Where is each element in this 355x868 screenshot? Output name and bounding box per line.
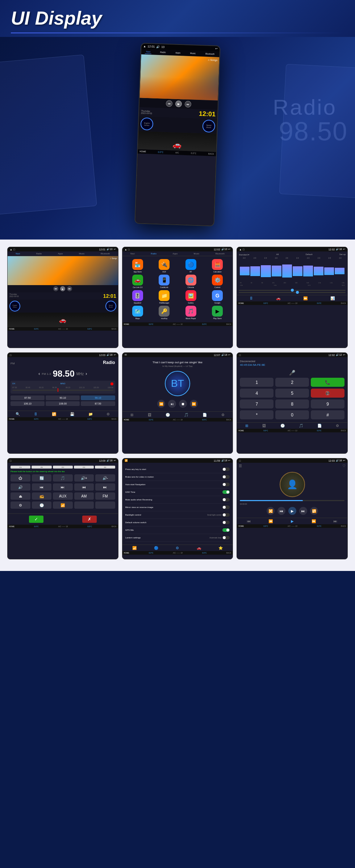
s6-icon-music[interactable]: 🎵 (299, 424, 303, 428)
call-key-star[interactable]: * (240, 410, 273, 419)
s4-icon-settings[interactable]: ⚙ (106, 412, 110, 416)
s9-icon-prev[interactable]: ⏮ (247, 519, 251, 523)
call-key-1[interactable]: 1 (240, 378, 273, 387)
eq-slider-2-handle[interactable] (296, 291, 299, 294)
s5-home[interactable]: HOME (124, 419, 129, 421)
call-key-9[interactable]: 9 (311, 399, 344, 408)
call-key-hash[interactable]: # (311, 410, 344, 419)
home-label[interactable]: HOME (139, 150, 146, 153)
call-answer-btn[interactable]: 📞 (311, 378, 344, 387)
s2-nav-apps[interactable]: Apps (172, 253, 178, 255)
sw-am-icon[interactable]: AM (74, 492, 94, 500)
s1-prev[interactable]: ⏮ (53, 286, 58, 291)
s2-nav-navi[interactable]: Navi (130, 253, 135, 255)
color-swatch-5[interactable]: 255 (95, 466, 115, 469)
toggle-brake-switch[interactable] (222, 475, 230, 479)
call-key-8[interactable]: 8 (275, 399, 309, 408)
radio-preset-5[interactable]: 108.00 (46, 401, 80, 406)
toggle-press-switch[interactable] (222, 467, 230, 471)
toggle-autonav-switch[interactable] (222, 483, 230, 486)
s5-icon-doc[interactable]: 📄 (202, 413, 207, 417)
color-swatch-4[interactable]: 255 (74, 466, 94, 469)
s4-icon-loop[interactable]: 🔁 (52, 412, 56, 416)
s9-icon-play[interactable]: ▶ (291, 519, 294, 523)
toggle-mute-switch[interactable] (222, 498, 230, 501)
s8-icon-wifi[interactable]: 📶 (132, 546, 137, 550)
sw-mute-icon[interactable]: 🎵 (53, 474, 73, 482)
s6-icon-clock[interactable]: 🕐 (280, 424, 285, 428)
s5-back[interactable]: BACK (226, 419, 231, 421)
toggle-gpsmix-switch[interactable] (222, 528, 230, 532)
s8-icon-star[interactable]: ⭐ (218, 546, 223, 550)
toggle-defvol-switch[interactable] (222, 521, 230, 524)
eq-default[interactable]: Default (305, 253, 312, 256)
color-swatch-3[interactable]: 255 (53, 466, 73, 469)
s1-nav-navi[interactable]: Navi (16, 253, 20, 255)
eq-slider-1-handle[interactable] (291, 289, 294, 292)
s6-home[interactable]: HOME (238, 429, 244, 432)
s6-icon-grid[interactable]: ⊞ (245, 424, 248, 428)
back-label[interactable]: BACK (208, 153, 214, 155)
toggle-mirror-switch[interactable] (222, 505, 230, 509)
settings-confirm-btn[interactable]: ✓ (29, 516, 43, 523)
settings-cancel-btn[interactable]: ✗ (82, 516, 97, 523)
s1-home[interactable]: HOME (9, 328, 14, 330)
sw-fm-icon[interactable]: FM (95, 492, 115, 500)
nav-music[interactable]: Music (189, 51, 197, 56)
s2-nav-bt[interactable]: Bluetooth (216, 253, 225, 255)
s2-back[interactable]: BACK (226, 323, 231, 325)
s2-nav-music[interactable]: Music (194, 253, 200, 255)
s4-back[interactable]: BACK (112, 418, 117, 420)
sw-power-icon[interactable]: ⏻ (11, 474, 30, 482)
sw-clock-icon[interactable]: 🕐 (32, 501, 52, 509)
app-calculator[interactable]: 🧮 Calculator (205, 259, 230, 273)
toggle-gsd-switch[interactable] (222, 490, 230, 494)
app-carbitlink[interactable]: 📱 CarbitLink (152, 275, 176, 288)
app-appstore[interactable]: 🏪 App Store (125, 259, 150, 273)
eq-slider-2[interactable] (239, 292, 346, 293)
sw-gear-icon[interactable]: ⚙ (11, 501, 30, 509)
s4-icon-eq[interactable]: 🎚 (34, 412, 38, 416)
s1-back[interactable]: BACK (112, 328, 117, 330)
s1-nav-radio[interactable]: Radio (36, 253, 42, 255)
sw-aux-icon[interactable]: AUX (53, 492, 73, 500)
app-control[interactable]: ⚙️ Control (205, 275, 230, 288)
sw-prev2-icon[interactable]: ⏮ (74, 483, 94, 491)
s1-nav-apps[interactable]: Apps (58, 253, 63, 255)
s1-next[interactable]: ⏭ (67, 286, 72, 291)
play-btn[interactable]: ▶ (175, 101, 182, 107)
s9-menu-icon[interactable]: ☰ (239, 464, 242, 468)
s8-icon-car2[interactable]: 🚗 (197, 546, 201, 550)
toggle-lantern-switch[interactable] (222, 536, 230, 539)
app-mcxkey[interactable]: 🔑 mcxKey (152, 306, 176, 319)
s9-heart-icon[interactable]: ♡ (342, 464, 346, 468)
music-progress-bar[interactable] (240, 500, 344, 501)
s5-icon-settings[interactable]: ⚙ (221, 413, 225, 417)
app-gallery[interactable]: 🖼️ Gallery (179, 290, 203, 304)
s1-nav-bt[interactable]: Bluetooth (101, 253, 110, 255)
eq-setup[interactable]: Set up (339, 253, 346, 256)
sw-radio-icon[interactable]: 📻 (32, 492, 52, 500)
prev-btn[interactable]: ⏮ (166, 100, 173, 107)
app-equalizer[interactable]: 🎚️ Equalizer (125, 290, 150, 304)
call-key-2[interactable]: 2 (275, 378, 309, 387)
nav-apps[interactable]: Apps (174, 51, 181, 55)
bt-stop[interactable]: ⏹ (179, 400, 187, 408)
radio-preset-4[interactable]: 106.10 (11, 401, 45, 406)
s3-home[interactable]: HOME (238, 302, 244, 304)
app-bt[interactable]: 🔵 BT (179, 259, 203, 273)
s8-home[interactable]: HOME (124, 552, 129, 554)
s3-icon-ff[interactable]: ⏩ (303, 296, 308, 300)
sw-vol2-icon[interactable]: 🔊 (11, 483, 30, 491)
radio-track[interactable] (12, 390, 113, 391)
s2-home[interactable]: HOME (124, 323, 129, 325)
call-key-5[interactable]: 5 (275, 389, 309, 398)
s1-play[interactable]: ▶ (60, 286, 65, 291)
s5-icon-clock[interactable]: 🕐 (166, 413, 170, 417)
nav-navi[interactable]: Navi (145, 50, 151, 54)
next-btn[interactable]: ⏭ (185, 101, 192, 108)
toggle-backlight-switch[interactable] (222, 513, 230, 517)
s2-nav-radio[interactable]: Radio (151, 253, 156, 255)
s7-home[interactable]: HOME (9, 525, 14, 528)
bt-forward[interactable]: ⏩ (190, 400, 198, 408)
